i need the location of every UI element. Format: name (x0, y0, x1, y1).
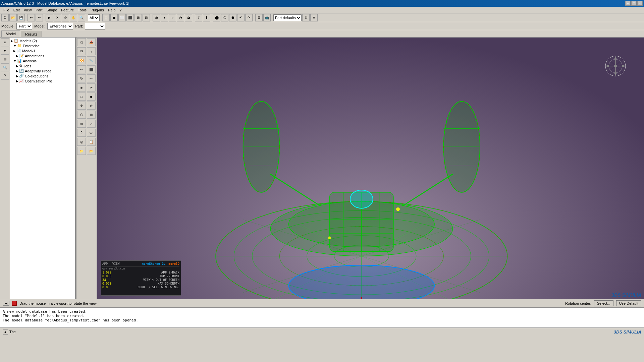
menu-plugins[interactable]: Plug-ins (89, 7, 106, 13)
tree-model1[interactable]: ▶ 📄 Model-1 (11, 48, 74, 53)
tree-btn-4[interactable]: 🔍 (1, 63, 9, 71)
minimize-button[interactable]: − (625, 1, 631, 6)
zoom-button[interactable]: 🔍 (78, 14, 85, 21)
stereo-row-3: 0.070 MAX 3D-DEPTH (102, 282, 179, 285)
tree-btn-3[interactable]: ⊞ (1, 55, 9, 63)
tree-btn-2[interactable]: ▼ (1, 47, 9, 55)
menu-question[interactable]: ? (117, 7, 123, 13)
tool-group1[interactable]: 📁 (77, 147, 86, 155)
use-default-rotation-button[interactable]: Use Default (616, 300, 641, 306)
tool-sketch[interactable]: ✏ (77, 65, 86, 73)
menu-edit[interactable]: Edit (11, 7, 22, 13)
tool-revolve[interactable]: ↻ (77, 74, 86, 82)
tree-enterprise[interactable]: ▼ 📁 Enterprise (11, 43, 74, 48)
tool-import[interactable]: 📥 (87, 38, 96, 46)
module-select[interactable]: Part (16, 23, 32, 29)
camera2-button[interactable]: ⬡ (221, 14, 228, 21)
model-select[interactable]: Enterprise (47, 23, 73, 29)
select-button[interactable]: ▶ (46, 14, 53, 21)
shade3-button[interactable]: ○ (169, 14, 176, 21)
view6-button[interactable]: ⊟ (143, 14, 150, 21)
console-expand-btn[interactable]: ▲ (3, 329, 8, 335)
camera3-button[interactable]: ⬢ (229, 14, 236, 21)
tool-solid[interactable]: ■ (87, 93, 96, 101)
menu-part[interactable]: Part (34, 7, 44, 13)
undo-button[interactable]: ↩ (28, 14, 35, 21)
options-button[interactable]: ≡ (310, 14, 318, 21)
close-button[interactable]: × (637, 1, 643, 6)
tool-group2[interactable]: 📂 (87, 147, 96, 155)
shade4-button[interactable]: ◔ (177, 14, 184, 21)
all-select[interactable]: All (88, 14, 100, 21)
tool-query[interactable]: ? (77, 129, 86, 137)
tool-assign-mesh[interactable]: ⊞ (87, 111, 96, 119)
maximize-button[interactable]: □ (631, 1, 637, 6)
new-button[interactable]: 🗋 (1, 14, 9, 21)
tree-btn-1[interactable]: ≡ (1, 38, 9, 46)
menu-view[interactable]: View (22, 7, 34, 13)
fwd-button[interactable]: ↷ (245, 14, 253, 21)
tab-results[interactable]: Results (21, 31, 42, 37)
info-button[interactable]: ℹ (203, 14, 210, 21)
deselect-button[interactable]: ✕ (54, 14, 61, 21)
tree-analysis[interactable]: ▼ 📊 Analysis (11, 58, 74, 63)
tool-extrude[interactable]: ⬛ (87, 65, 96, 73)
tree-coexecutions[interactable]: ▶ 🔗 Co-executions (11, 73, 74, 78)
view3-button[interactable]: ⬜ (118, 14, 126, 21)
view5-button[interactable]: ⊞ (135, 14, 142, 21)
tool-repair[interactable]: 🔧 (87, 56, 96, 64)
part-select[interactable] (85, 23, 105, 29)
tool-virtual-topology[interactable]: ⬠ (77, 111, 86, 119)
tool-feature-manager[interactable]: 📋 (87, 138, 96, 146)
tool-mirror[interactable]: ⬦ (87, 47, 96, 55)
stop-btn[interactable] (12, 301, 17, 306)
tool-datum[interactable]: ✛ (77, 102, 86, 110)
tool-shell[interactable]: □ (77, 93, 86, 101)
display2-button[interactable]: 📺 (263, 14, 271, 21)
query-button[interactable]: ? (195, 14, 202, 21)
tree-jobs[interactable]: ▶ ⚙ Jobs (11, 63, 74, 68)
tool-reference-point[interactable]: ◎ (77, 138, 86, 146)
menu-file[interactable]: File (1, 7, 11, 13)
display1-button[interactable]: 🖥 (255, 14, 263, 21)
tool-partition[interactable]: ⊘ (87, 102, 96, 110)
settings-button[interactable]: ⚙ (302, 14, 310, 21)
menu-feature[interactable]: Feature (59, 7, 76, 13)
menu-help[interactable]: Help (106, 7, 118, 13)
shade1-button[interactable]: ◑ (153, 14, 160, 21)
part-defaults-select[interactable]: Part defaults (273, 14, 302, 21)
tool-set[interactable]: ⬭ (87, 129, 96, 137)
tree-models-root[interactable]: ▶ 📋 Models (2) (11, 38, 74, 43)
tree-annotations[interactable]: ▶ 📝 Annotations (11, 53, 74, 58)
main-toolbar: 🗋 📂 💾 ↩ ↪ ▶ ✕ ⟳ ✋ 🔍 All ◻ ◼ ⬜ ⬛ ⊞ ⊟ ◑ ● … (0, 13, 644, 22)
view4-button[interactable]: ⬛ (126, 14, 134, 21)
tree-btn-5[interactable]: ? (1, 72, 9, 80)
redo-button[interactable]: ↪ (36, 14, 43, 21)
shade2-button[interactable]: ● (161, 14, 168, 21)
tool-loft[interactable]: ◈ (77, 83, 86, 92)
menu-shape[interactable]: Shape (45, 7, 59, 13)
tree-adaptivity[interactable]: ▶ 🔄 Adaptivity Proce... (11, 68, 74, 73)
open-button[interactable]: 📂 (9, 14, 17, 21)
pan-button[interactable]: ✋ (70, 14, 77, 21)
tool-xyz-datum[interactable]: ⊕ (77, 120, 86, 128)
rotate-button[interactable]: ⟳ (62, 14, 69, 21)
back-button[interactable]: ↶ (237, 14, 245, 21)
scroll-left-btn[interactable]: ◀ (3, 301, 9, 306)
select-rotation-button[interactable]: Select... (594, 300, 613, 306)
view2-button[interactable]: ◼ (110, 14, 118, 21)
tool-create-part[interactable]: ⬡ (77, 38, 86, 46)
tree-optimization[interactable]: ▶ 📈 Optimization Pro (11, 78, 74, 83)
viewport[interactable]: APP VIEW moreStereo GL more3D www.more3d… (97, 38, 644, 299)
view1-button[interactable]: ◻ (102, 14, 110, 21)
shade5-button[interactable]: ◕ (185, 14, 192, 21)
menu-tools[interactable]: Tools (76, 7, 89, 13)
tool-cut[interactable]: ✂ (87, 83, 96, 92)
tool-transform[interactable]: ↗ (87, 120, 96, 128)
camera1-button[interactable]: ⬤ (213, 14, 220, 21)
tab-model[interactable]: Model (1, 31, 20, 37)
tool-sweep[interactable]: 〰 (87, 74, 96, 82)
tool-merge[interactable]: 🔀 (77, 56, 86, 64)
tool-copy[interactable]: ⧉ (77, 47, 86, 55)
save-button[interactable]: 💾 (17, 14, 25, 21)
